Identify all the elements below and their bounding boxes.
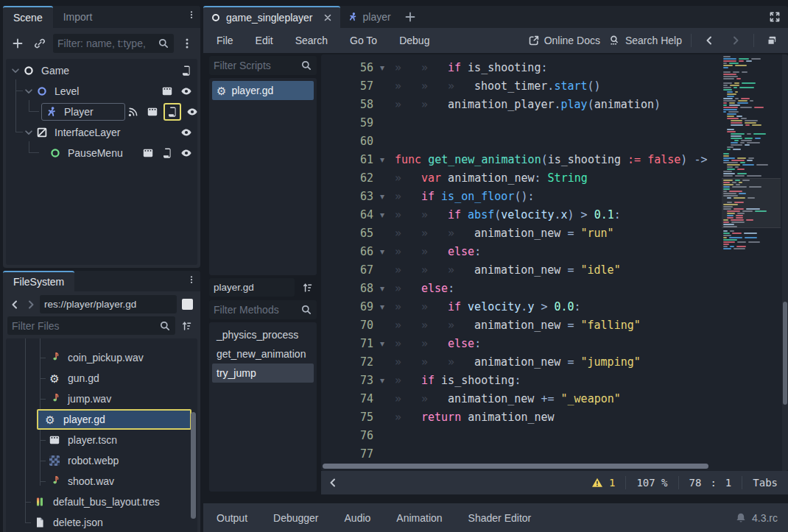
fs-forward-button[interactable]: [24, 296, 38, 313]
node-label: Player: [64, 106, 94, 118]
online-docs-label: Online Docs: [544, 35, 600, 46]
zoom-indicator[interactable]: 107 %: [626, 477, 678, 489]
make-floating-button[interactable]: [763, 32, 781, 49]
distraction-free-button[interactable]: [766, 8, 784, 26]
file-row-jump-wav[interactable]: jump.wav: [6, 389, 197, 409]
file-row-shoot-wav[interactable]: shoot.wav: [6, 471, 197, 492]
new-scene-tab-button[interactable]: [401, 8, 419, 26]
search-help-button[interactable]: Search Help: [609, 35, 682, 46]
collapse-icon[interactable]: [22, 127, 35, 138]
minimap-viewport[interactable]: [722, 178, 781, 228]
close-tab-icon[interactable]: [323, 13, 333, 23]
bottom-tab-output[interactable]: Output: [214, 512, 250, 524]
bottom-tab-audio[interactable]: Audio: [342, 512, 374, 524]
indent-mode-indicator[interactable]: Tabs: [742, 477, 788, 489]
file-row-coin-pickup[interactable]: coin_pickup.wav: [6, 347, 197, 368]
visibility-eye-icon[interactable]: [178, 124, 194, 141]
open-scene-icon[interactable]: [144, 104, 161, 120]
h-scrollbar-thumb[interactable]: [323, 464, 708, 469]
menu-edit[interactable]: Edit: [253, 35, 276, 46]
sort-methods-button[interactable]: [299, 279, 317, 297]
fs-toggle-split-button[interactable]: [178, 296, 196, 313]
indent-mode-value: Tabs: [753, 477, 778, 489]
menu-goto[interactable]: Go To: [347, 35, 380, 46]
file-row-default-bus-layout[interactable]: default_bus_layout.tres: [6, 492, 197, 512]
filter-scripts-input[interactable]: [214, 60, 300, 71]
bottom-tab-shader-editor[interactable]: Shader Editor: [465, 512, 535, 524]
fs-filter-input[interactable]: [12, 320, 159, 332]
method-item-try-jump[interactable]: try_jump: [212, 363, 314, 383]
file-label: robot.webp: [68, 455, 119, 467]
warnings-indicator[interactable]: 1: [581, 477, 625, 489]
scene-node-pausemenu[interactable]: PauseMenu: [6, 143, 197, 163]
filter-methods-input[interactable]: [214, 304, 300, 316]
fs-path-input[interactable]: [44, 299, 172, 310]
scene-tab-player[interactable]: player: [340, 6, 398, 28]
method-item-get-new-animation[interactable]: get_new_animation: [212, 344, 314, 363]
script-gear-icon: ⚙: [47, 373, 62, 384]
audio-note-icon: [47, 475, 62, 487]
history-back-button[interactable]: [700, 32, 718, 49]
code-editor[interactable]: 56▾»»if is_shooting:57»»»shoot_timer.sta…: [321, 54, 788, 471]
scene-tree-menu-button[interactable]: [178, 35, 196, 52]
zoom-value: 107 %: [636, 477, 667, 489]
script-icon[interactable]: [159, 145, 175, 161]
tab-scene-label: Scene: [13, 12, 43, 24]
visibility-eye-icon[interactable]: [178, 83, 194, 99]
file-row-player-gd[interactable]: ⚙player.gd: [6, 409, 197, 430]
separator: [753, 34, 754, 47]
collapse-icon[interactable]: [22, 86, 35, 96]
scene-filter-input[interactable]: [57, 38, 158, 49]
v-scrollbar-thumb[interactable]: [783, 302, 787, 405]
visibility-eye-icon[interactable]: [184, 104, 197, 120]
fs-back-button[interactable]: [7, 296, 22, 313]
scene-dock-menu-button[interactable]: [183, 6, 200, 24]
method-item-physics-process[interactable]: _physics_process: [212, 325, 314, 344]
warning-count: 1: [609, 477, 615, 489]
audio-note-icon: [47, 393, 62, 405]
signal-icon[interactable]: [125, 104, 141, 120]
bottom-tab-debugger[interactable]: Debugger: [270, 512, 322, 524]
add-node-button[interactable]: [9, 35, 27, 52]
bottom-tab-animation[interactable]: Animation: [393, 512, 445, 524]
fs-sort-button[interactable]: [178, 317, 196, 335]
script-name-field[interactable]: [214, 282, 290, 293]
notification-bell-icon[interactable]: [735, 512, 747, 524]
online-docs-button[interactable]: Online Docs: [528, 35, 600, 46]
file-row-gun-gd[interactable]: ⚙gun.gd: [6, 368, 197, 389]
file-row-robot-webp[interactable]: robot.webp: [6, 450, 197, 471]
tab-import[interactable]: Import: [53, 6, 103, 28]
open-scene-icon[interactable]: [159, 83, 175, 99]
v-scrollbar-track[interactable]: [782, 54, 788, 471]
menu-debug[interactable]: Debug: [396, 35, 432, 46]
player-rename-box[interactable]: Player: [41, 103, 125, 121]
file-row-delete-json[interactable]: delete.json: [6, 512, 197, 532]
minimap[interactable]: [722, 56, 781, 269]
script-item-player-gd[interactable]: ⚙ player.gd: [212, 81, 314, 100]
scene-tab-game-singleplayer[interactable]: game_singleplayer: [203, 6, 340, 28]
instance-scene-button[interactable]: [31, 35, 49, 52]
filesystem-menu-button[interactable]: [183, 271, 200, 288]
cursor-colon: :: [710, 477, 716, 489]
tab-scene[interactable]: Scene: [3, 6, 53, 28]
menu-file[interactable]: File: [214, 35, 236, 46]
scene-node-player[interactable]: Player: [6, 102, 197, 122]
open-scene-icon[interactable]: [140, 145, 156, 161]
toggle-scripts-panel-button[interactable]: [324, 474, 342, 492]
script-icon[interactable]: [178, 63, 194, 79]
file-row-player-tscn[interactable]: player.tscn: [6, 430, 197, 450]
scene-node-level[interactable]: Level: [6, 81, 197, 102]
external-link-icon: [528, 35, 540, 46]
filesystem-scrollbar[interactable]: [191, 412, 196, 519]
script-icon-highlighted[interactable]: [163, 103, 181, 121]
history-forward-button[interactable]: [727, 32, 745, 49]
scene-node-interfacelayer[interactable]: InterfaceLayer: [6, 122, 197, 143]
audio-note-icon: [47, 352, 62, 363]
tab-filesystem[interactable]: FileSystem: [3, 271, 74, 291]
visibility-eye-icon[interactable]: [178, 145, 194, 161]
collapse-icon[interactable]: [9, 65, 22, 76]
menu-search[interactable]: Search: [292, 35, 331, 46]
search-icon: [159, 320, 171, 332]
scene-node-game[interactable]: Game: [6, 60, 197, 81]
filesystem-dock: FileSystem coin_pickup.wav ⚙gun.gd jump.…: [3, 271, 200, 532]
